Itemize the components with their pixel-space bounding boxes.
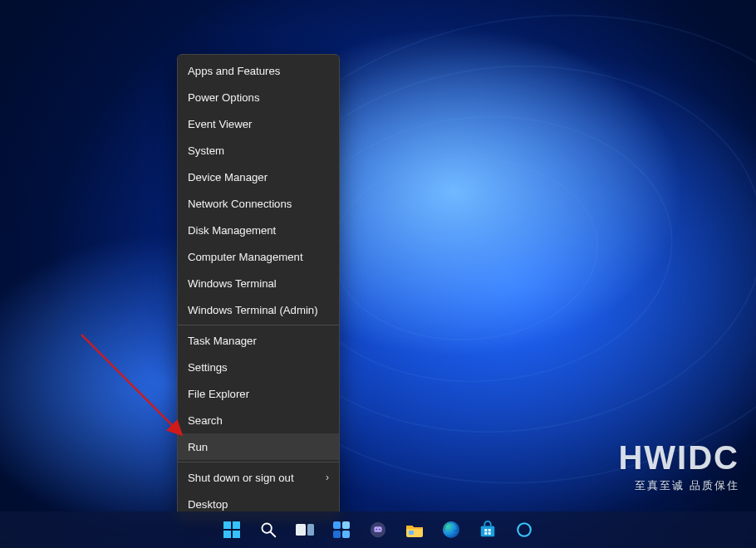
menu-item-label: Settings (188, 361, 228, 374)
menu-separator (178, 462, 339, 462)
svg-rect-9 (333, 521, 341, 529)
menu-item-windows-terminal[interactable]: Windows Terminal (178, 270, 339, 296)
windows-logo-icon (223, 521, 241, 539)
taskbar-widgets-button[interactable] (329, 517, 354, 542)
svg-rect-14 (374, 526, 381, 531)
svg-rect-19 (481, 526, 495, 536)
menu-item-device-manager[interactable]: Device Manager (178, 164, 339, 190)
watermark: HWIDC 至真至诚 品质保住 (618, 439, 739, 493)
menu-item-label: System (188, 144, 224, 157)
edge-icon (441, 520, 461, 540)
svg-rect-22 (484, 532, 487, 535)
menu-item-power-options[interactable]: Power Options (178, 84, 339, 110)
svg-rect-2 (233, 521, 240, 529)
menu-item-windows-terminal-admin[interactable]: Windows Terminal (Admin) (178, 296, 339, 323)
svg-rect-11 (333, 531, 341, 538)
taskbar-file-explorer-button[interactable] (402, 517, 427, 542)
menu-item-label: Network Connections (188, 198, 292, 210)
menu-item-label: Device Manager (188, 171, 268, 183)
taskbar-chat-button[interactable] (366, 517, 390, 542)
menu-item-label: Computer Management (188, 251, 303, 263)
store-icon (479, 521, 497, 539)
svg-rect-20 (484, 529, 487, 531)
taskbar-task-view-button[interactable] (292, 517, 317, 542)
menu-item-label: Disk Management (188, 224, 276, 237)
svg-rect-1 (223, 521, 231, 529)
menu-item-label: Task Manager (188, 335, 257, 347)
menu-item-label: Desktop (188, 498, 228, 511)
menu-item-label: Apps and Features (188, 65, 280, 77)
taskbar-cortana-button[interactable] (512, 517, 537, 542)
taskbar-edge-button[interactable] (439, 517, 464, 542)
menu-item-label: Event Viewer (188, 118, 252, 130)
menu-item-run[interactable]: Run (178, 433, 339, 460)
search-icon (259, 521, 277, 539)
folder-icon (405, 521, 425, 538)
menu-item-label: Power Options (188, 91, 260, 104)
svg-rect-21 (488, 529, 491, 531)
menu-item-label: File Explorer (188, 388, 249, 400)
menu-item-label: Run (188, 441, 208, 453)
taskbar (0, 511, 756, 548)
menu-item-system[interactable]: System (178, 137, 339, 164)
svg-rect-3 (223, 531, 231, 538)
svg-rect-4 (233, 531, 240, 538)
menu-item-shut-down-or-sign-out[interactable]: Shut down or sign out › (178, 464, 339, 491)
svg-point-24 (518, 523, 531, 536)
cortana-icon (515, 521, 533, 539)
watermark-title: HWIDC (618, 439, 739, 477)
taskbar-store-button[interactable] (475, 517, 500, 542)
svg-rect-12 (342, 531, 350, 538)
taskbar-start-button[interactable] (219, 517, 244, 542)
menu-item-file-explorer[interactable]: File Explorer (178, 380, 339, 407)
svg-rect-7 (296, 524, 306, 536)
menu-item-label: Search (188, 414, 223, 427)
menu-item-label: Shut down or sign out (188, 472, 294, 484)
menu-item-event-viewer[interactable]: Event Viewer (178, 110, 339, 137)
menu-item-network-connections[interactable]: Network Connections (178, 190, 339, 217)
menu-item-search[interactable]: Search (178, 407, 339, 433)
menu-item-task-manager[interactable]: Task Manager (178, 327, 339, 354)
menu-item-computer-management[interactable]: Computer Management (178, 243, 339, 270)
svg-point-15 (376, 529, 377, 531)
chevron-right-icon: › (326, 472, 329, 483)
chat-icon (369, 521, 387, 539)
svg-point-16 (379, 529, 380, 531)
menu-separator (178, 325, 339, 325)
menu-item-disk-management[interactable]: Disk Management (178, 217, 339, 243)
svg-rect-8 (307, 524, 314, 536)
menu-item-apps-and-features[interactable]: Apps and Features (178, 57, 339, 84)
menu-item-label: Windows Terminal (188, 277, 277, 290)
taskbar-search-button[interactable] (256, 517, 281, 542)
widgets-icon (332, 521, 351, 539)
svg-line-6 (271, 532, 276, 537)
svg-rect-10 (342, 521, 350, 529)
menu-item-settings[interactable]: Settings (178, 354, 339, 380)
watermark-subtitle: 至真至诚 品质保住 (618, 478, 739, 493)
menu-item-label: Windows Terminal (Admin) (188, 304, 318, 316)
winx-context-menu: Apps and Features Power Options Event Vi… (177, 54, 340, 521)
svg-rect-17 (409, 531, 414, 535)
task-view-icon (295, 521, 315, 538)
svg-rect-23 (488, 532, 491, 535)
